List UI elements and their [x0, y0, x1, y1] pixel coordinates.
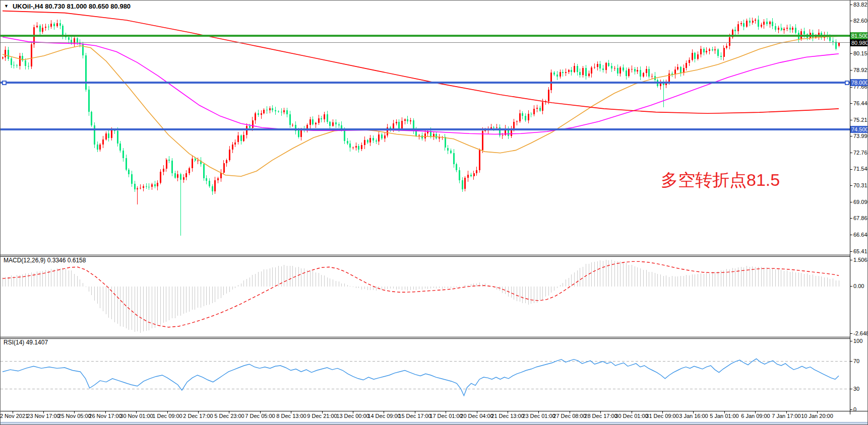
chart-canvas[interactable] — [1, 1, 868, 425]
rsi-line — [3, 359, 839, 395]
chart-title: ▼ UKOil-,H4 80.730 81.000 80.650 80.980 — [4, 3, 131, 10]
ma-slow-red — [3, 11, 839, 114]
symbol-ohlc-text: UKOil-,H4 80.730 81.000 80.650 80.980 — [13, 3, 131, 10]
trading-chart-window: ▼ UKOil-,H4 80.730 81.000 80.650 80.980 … — [0, 0, 868, 425]
chinese-annotation-text: 多空转折点81.5 — [661, 170, 780, 190]
macd-signal-line — [3, 261, 839, 327]
rsi-indicator-label: RSI(14) 49.1407 — [4, 339, 48, 346]
macd-indicator-label: MACD(12,26,9) 0.3346 0.6158 — [4, 257, 86, 264]
ma-mid-magenta — [3, 37, 839, 134]
bottom-scroll-strip — [1, 422, 868, 425]
symbol-dropdown-icon[interactable]: ▼ — [4, 3, 9, 10]
